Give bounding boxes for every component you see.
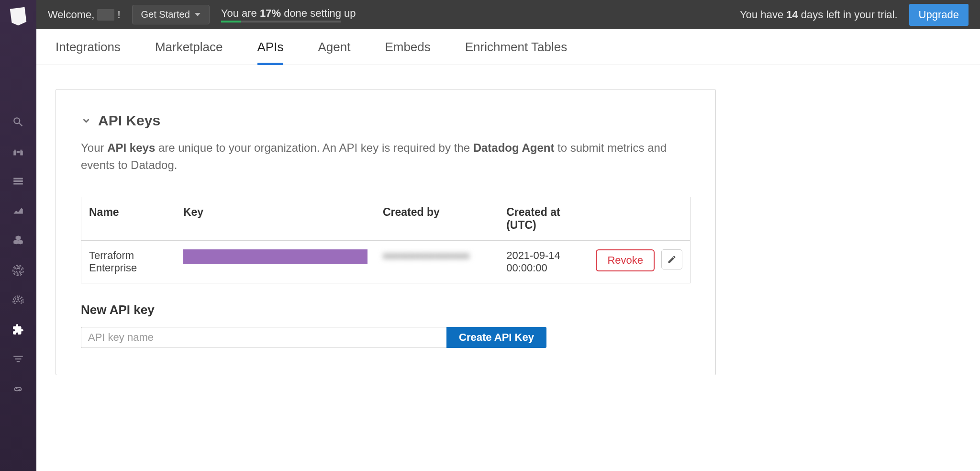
th-created-by: Created by: [375, 197, 499, 241]
new-key-row: Create API Key: [81, 327, 690, 348]
username-redacted: [97, 9, 114, 21]
sidebar: [0, 0, 36, 471]
cell-created-at: 2021-09-14 00:00:00: [499, 241, 588, 283]
th-created-at: Created at (UTC): [499, 197, 588, 241]
get-started-label: Get Started: [141, 9, 190, 20]
cell-actions: Revoke: [588, 241, 690, 283]
th-actions: [588, 197, 690, 241]
create-api-key-button[interactable]: Create API Key: [446, 327, 546, 348]
section-description: Your API keys are unique to your organiz…: [81, 139, 690, 174]
gauge-icon[interactable]: [11, 293, 25, 307]
cell-key: [176, 241, 375, 283]
tab-apis[interactable]: APIs: [257, 29, 284, 65]
filter-icon[interactable]: [11, 352, 25, 367]
tabs-row: Integrations Marketplace APIs Agent Embe…: [36, 29, 980, 65]
tab-marketplace[interactable]: Marketplace: [155, 29, 223, 65]
trial-text: You have 14 days left in your trial.: [740, 9, 897, 21]
hex-icon[interactable]: [11, 234, 25, 248]
cell-created-by: ■■■■■■■■■■■■■■■: [375, 241, 499, 283]
datadog-logo-icon[interactable]: [6, 4, 31, 29]
link-icon[interactable]: [11, 382, 25, 396]
pencil-icon: [667, 255, 677, 264]
cell-name: Terraform Enterprise: [81, 241, 176, 283]
progress-bar: [221, 21, 341, 22]
tab-enrichment[interactable]: Enrichment Tables: [465, 29, 567, 65]
get-started-button[interactable]: Get Started: [132, 5, 210, 24]
welcome-text: Welcome, !: [48, 9, 121, 21]
setup-progress-text: You are 17% done setting up: [221, 7, 356, 20]
new-key-input[interactable]: [81, 327, 446, 348]
binoculars-icon[interactable]: [11, 145, 25, 159]
welcome-suffix: !: [117, 9, 120, 21]
chart-icon[interactable]: [11, 204, 25, 218]
welcome-prefix: Welcome,: [48, 9, 94, 21]
th-name: Name: [81, 197, 176, 241]
tab-integrations[interactable]: Integrations: [56, 29, 121, 65]
new-key-title: New API key: [81, 303, 690, 317]
upgrade-button[interactable]: Upgrade: [909, 4, 969, 26]
list-icon[interactable]: [11, 174, 25, 189]
setup-progress: You are 17% done setting up: [221, 7, 356, 22]
key-redacted-block[interactable]: [183, 249, 368, 264]
target-icon[interactable]: [11, 263, 25, 278]
section-title: API Keys: [98, 112, 160, 129]
chevron-down-icon[interactable]: [81, 115, 91, 126]
revoke-button[interactable]: Revoke: [596, 249, 655, 271]
tab-embeds[interactable]: Embeds: [385, 29, 430, 65]
created-by-blurred: ■■■■■■■■■■■■■■■: [383, 250, 469, 261]
th-key: Key: [176, 197, 375, 241]
tab-agent[interactable]: Agent: [318, 29, 350, 65]
caret-down-icon: [195, 13, 200, 16]
api-keys-table: Name Key Created by Created at (UTC) Ter…: [81, 197, 690, 283]
table-row: Terraform Enterprise ■■■■■■■■■■■■■■■ 202…: [81, 241, 690, 283]
search-icon[interactable]: [11, 115, 25, 129]
puzzle-icon[interactable]: [11, 323, 25, 337]
api-keys-card: API Keys Your API keys are unique to you…: [56, 89, 716, 375]
edit-button[interactable]: [661, 249, 682, 269]
topbar: Welcome, ! Get Started You are 17% done …: [36, 0, 980, 29]
